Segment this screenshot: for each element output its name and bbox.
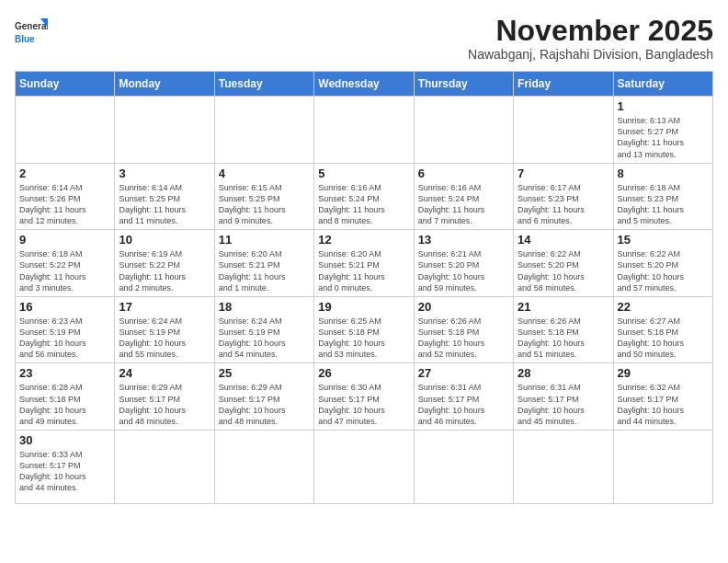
logo: General Blue	[15, 15, 48, 48]
day-info: Sunrise: 6:29 AM Sunset: 5:17 PM Dayligh…	[219, 382, 310, 427]
calendar-row: 1Sunrise: 6:13 AM Sunset: 5:27 PM Daylig…	[16, 97, 713, 164]
day-info: Sunrise: 6:28 AM Sunset: 5:18 PM Dayligh…	[19, 382, 110, 427]
calendar-row: 2Sunrise: 6:14 AM Sunset: 5:26 PM Daylig…	[16, 163, 713, 230]
calendar-cell	[514, 431, 613, 504]
day-info: Sunrise: 6:13 AM Sunset: 5:27 PM Dayligh…	[618, 115, 709, 160]
day-number: 7	[518, 167, 609, 180]
weekday-header-monday: Monday	[115, 72, 214, 97]
calendar-cell: 24Sunrise: 6:29 AM Sunset: 5:17 PM Dayli…	[115, 363, 214, 431]
day-info: Sunrise: 6:19 AM Sunset: 5:22 PM Dayligh…	[119, 248, 210, 293]
day-number: 17	[119, 300, 210, 314]
header: General Blue November 2025 Nawabganj, Ra…	[15, 15, 713, 62]
day-info: Sunrise: 6:18 AM Sunset: 5:23 PM Dayligh…	[618, 182, 709, 227]
calendar-cell: 30Sunrise: 6:33 AM Sunset: 5:17 PM Dayli…	[16, 431, 115, 504]
day-info: Sunrise: 6:22 AM Sunset: 5:20 PM Dayligh…	[518, 248, 609, 293]
calendar-cell: 11Sunrise: 6:20 AM Sunset: 5:21 PM Dayli…	[214, 230, 313, 297]
calendar-cell: 26Sunrise: 6:30 AM Sunset: 5:17 PM Dayli…	[314, 363, 414, 431]
calendar-cell: 21Sunrise: 6:26 AM Sunset: 5:18 PM Dayli…	[514, 296, 613, 363]
calendar-cell: 9Sunrise: 6:18 AM Sunset: 5:22 PM Daylig…	[16, 230, 115, 297]
calendar-cell: 16Sunrise: 6:23 AM Sunset: 5:19 PM Dayli…	[16, 296, 115, 363]
calendar-cell: 27Sunrise: 6:31 AM Sunset: 5:17 PM Dayli…	[414, 363, 513, 431]
calendar-row: 16Sunrise: 6:23 AM Sunset: 5:19 PM Dayli…	[16, 296, 713, 363]
calendar-body: 1Sunrise: 6:13 AM Sunset: 5:27 PM Daylig…	[16, 97, 713, 504]
calendar-cell	[115, 97, 214, 164]
weekday-header-friday: Friday	[514, 72, 613, 97]
calendar-cell	[514, 97, 613, 164]
calendar-row: 30Sunrise: 6:33 AM Sunset: 5:17 PM Dayli…	[16, 431, 713, 504]
day-info: Sunrise: 6:23 AM Sunset: 5:19 PM Dayligh…	[19, 316, 110, 361]
day-info: Sunrise: 6:14 AM Sunset: 5:25 PM Dayligh…	[119, 182, 210, 227]
day-info: Sunrise: 6:21 AM Sunset: 5:20 PM Dayligh…	[418, 248, 509, 293]
day-number: 16	[19, 300, 110, 314]
calendar-cell: 29Sunrise: 6:32 AM Sunset: 5:17 PM Dayli…	[613, 363, 712, 431]
day-number: 28	[518, 366, 609, 380]
calendar-cell: 14Sunrise: 6:22 AM Sunset: 5:20 PM Dayli…	[514, 230, 613, 297]
calendar-cell: 10Sunrise: 6:19 AM Sunset: 5:22 PM Dayli…	[115, 230, 214, 297]
day-number: 4	[219, 167, 310, 180]
day-number: 6	[418, 167, 509, 180]
day-info: Sunrise: 6:31 AM Sunset: 5:17 PM Dayligh…	[418, 382, 509, 427]
day-info: Sunrise: 6:16 AM Sunset: 5:24 PM Dayligh…	[318, 182, 409, 227]
calendar-cell: 20Sunrise: 6:26 AM Sunset: 5:18 PM Dayli…	[414, 296, 513, 363]
calendar-cell: 15Sunrise: 6:22 AM Sunset: 5:20 PM Dayli…	[613, 230, 712, 297]
day-info: Sunrise: 6:25 AM Sunset: 5:18 PM Dayligh…	[318, 316, 409, 361]
weekday-header-thursday: Thursday	[414, 72, 513, 97]
day-info: Sunrise: 6:33 AM Sunset: 5:17 PM Dayligh…	[19, 449, 110, 494]
day-info: Sunrise: 6:27 AM Sunset: 5:18 PM Dayligh…	[618, 316, 709, 361]
weekday-header-saturday: Saturday	[613, 72, 712, 97]
calendar-row: 23Sunrise: 6:28 AM Sunset: 5:18 PM Dayli…	[16, 363, 713, 431]
day-info: Sunrise: 6:31 AM Sunset: 5:17 PM Dayligh…	[518, 382, 609, 427]
calendar-cell	[214, 431, 313, 504]
calendar-cell	[314, 97, 414, 164]
day-number: 30	[19, 433, 110, 447]
day-info: Sunrise: 6:29 AM Sunset: 5:17 PM Dayligh…	[119, 382, 210, 427]
day-info: Sunrise: 6:24 AM Sunset: 5:19 PM Dayligh…	[119, 316, 210, 361]
day-number: 10	[119, 233, 210, 247]
day-number: 18	[219, 300, 310, 314]
day-number: 21	[518, 300, 609, 314]
day-number: 24	[119, 366, 210, 380]
day-info: Sunrise: 6:22 AM Sunset: 5:20 PM Dayligh…	[618, 248, 709, 293]
day-number: 13	[418, 233, 509, 247]
weekday-header-sunday: Sunday	[16, 72, 115, 97]
calendar-cell: 17Sunrise: 6:24 AM Sunset: 5:19 PM Dayli…	[115, 296, 214, 363]
day-info: Sunrise: 6:26 AM Sunset: 5:18 PM Dayligh…	[518, 316, 609, 361]
day-info: Sunrise: 6:30 AM Sunset: 5:17 PM Dayligh…	[318, 382, 409, 427]
calendar-cell: 1Sunrise: 6:13 AM Sunset: 5:27 PM Daylig…	[613, 97, 712, 164]
calendar-cell: 22Sunrise: 6:27 AM Sunset: 5:18 PM Dayli…	[613, 296, 712, 363]
calendar-table: SundayMondayTuesdayWednesdayThursdayFrid…	[15, 71, 713, 504]
day-number: 2	[19, 167, 110, 180]
calendar-cell: 28Sunrise: 6:31 AM Sunset: 5:17 PM Dayli…	[514, 363, 613, 431]
calendar-cell	[613, 431, 712, 504]
day-info: Sunrise: 6:24 AM Sunset: 5:19 PM Dayligh…	[219, 316, 310, 361]
weekday-header-wednesday: Wednesday	[314, 72, 414, 97]
calendar-cell: 18Sunrise: 6:24 AM Sunset: 5:19 PM Dayli…	[214, 296, 313, 363]
day-info: Sunrise: 6:15 AM Sunset: 5:25 PM Dayligh…	[219, 182, 310, 227]
calendar-cell: 12Sunrise: 6:20 AM Sunset: 5:21 PM Dayli…	[314, 230, 414, 297]
day-number: 29	[618, 366, 709, 380]
calendar-cell: 25Sunrise: 6:29 AM Sunset: 5:17 PM Dayli…	[214, 363, 313, 431]
svg-text:Blue: Blue	[15, 34, 35, 44]
location-subtitle: Nawabganj, Rajshahi Division, Bangladesh	[468, 47, 713, 62]
day-number: 20	[418, 300, 509, 314]
day-number: 11	[219, 233, 310, 247]
logo-icon: General Blue	[15, 15, 48, 48]
calendar-cell	[115, 431, 214, 504]
day-number: 19	[318, 300, 409, 314]
day-number: 8	[618, 167, 709, 180]
day-number: 3	[119, 167, 210, 180]
weekday-header-row: SundayMondayTuesdayWednesdayThursdayFrid…	[16, 72, 713, 97]
day-number: 14	[518, 233, 609, 247]
day-info: Sunrise: 6:16 AM Sunset: 5:24 PM Dayligh…	[418, 182, 509, 227]
calendar-cell: 4Sunrise: 6:15 AM Sunset: 5:25 PM Daylig…	[214, 163, 313, 230]
day-info: Sunrise: 6:26 AM Sunset: 5:18 PM Dayligh…	[418, 316, 509, 361]
day-info: Sunrise: 6:17 AM Sunset: 5:23 PM Dayligh…	[518, 182, 609, 227]
calendar-cell	[414, 97, 513, 164]
calendar-cell: 23Sunrise: 6:28 AM Sunset: 5:18 PM Dayli…	[16, 363, 115, 431]
day-number: 23	[19, 366, 110, 380]
calendar-cell: 6Sunrise: 6:16 AM Sunset: 5:24 PM Daylig…	[414, 163, 513, 230]
title-area: November 2025 Nawabganj, Rajshahi Divisi…	[468, 15, 713, 62]
calendar-row: 9Sunrise: 6:18 AM Sunset: 5:22 PM Daylig…	[16, 230, 713, 297]
day-number: 15	[618, 233, 709, 247]
day-info: Sunrise: 6:14 AM Sunset: 5:26 PM Dayligh…	[19, 182, 110, 227]
